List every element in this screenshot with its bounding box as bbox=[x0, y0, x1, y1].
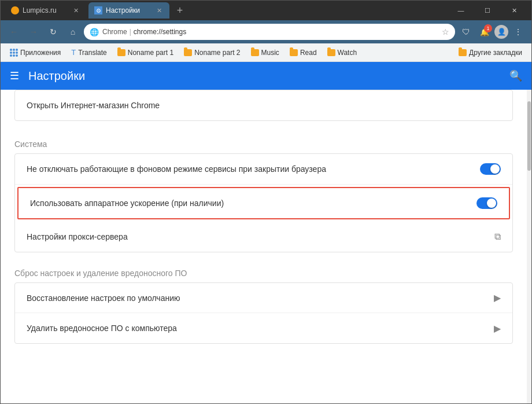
hardware-acceleration-text: Использовать аппаратное ускорение (при н… bbox=[30, 199, 476, 208]
bookmark-noname1[interactable]: Noname part 1 bbox=[113, 47, 178, 58]
restore-defaults-text: Восстановление настроек по умолчанию bbox=[27, 293, 494, 303]
home-button[interactable]: ⌂ bbox=[64, 23, 82, 41]
reset-section-header: Сброс настроек и удаление вредоносного П… bbox=[1, 257, 527, 282]
reset-card: Восстановление настроек по умолчанию ▶ У… bbox=[14, 282, 513, 344]
reload-button[interactable]: ↻ bbox=[45, 23, 62, 41]
maximize-button[interactable]: ☐ bbox=[475, 2, 500, 19]
folder-icon bbox=[251, 49, 259, 56]
bookmark-read[interactable]: Read bbox=[285, 47, 322, 58]
hardware-acceleration-toggle[interactable] bbox=[476, 197, 497, 209]
bookmark-noname1-label: Noname part 1 bbox=[128, 49, 173, 57]
address-url: chrome://settings bbox=[134, 28, 186, 36]
system-card: Не отключать работающие в фоновом режиме… bbox=[14, 153, 513, 252]
hamburger-button[interactable]: ☰ bbox=[10, 69, 19, 82]
bookmark-apps-label: Приложения bbox=[20, 49, 61, 57]
tab-lumpics-label: Lumpics.ru bbox=[23, 6, 68, 14]
arrow-right-icon: ▶ bbox=[494, 292, 501, 303]
notification-button[interactable]: 🔔 1 bbox=[476, 23, 493, 41]
bookmark-translate-label: Translate bbox=[78, 49, 107, 57]
bookmark-read-label: Read bbox=[300, 49, 317, 57]
bookmark-watch-label: Watch bbox=[338, 49, 357, 57]
folder-icon bbox=[290, 49, 298, 56]
settings-favicon bbox=[94, 6, 102, 14]
background-services-text: Не отключать работающие в фоновом режиме… bbox=[27, 164, 480, 174]
bookmarks-bar: Приложения T Translate Noname part 1 Non… bbox=[1, 43, 531, 62]
navbar: ← → ↻ ⌂ 🌐 Chrome | chrome://settings ☆ 🛡… bbox=[1, 20, 531, 43]
tab-settings-close[interactable]: ✕ bbox=[154, 6, 164, 15]
address-text: Chrome | chrome://settings bbox=[102, 28, 186, 36]
system-section-header: Система bbox=[1, 128, 527, 153]
bookmark-watch[interactable]: Watch bbox=[323, 47, 362, 58]
scrollbar-thumb[interactable] bbox=[527, 101, 531, 171]
external-link-icon: ⧉ bbox=[494, 232, 501, 242]
nav-icons: 🛡 🔔 1 👤 ⋮ bbox=[457, 23, 527, 41]
minimize-button[interactable]: — bbox=[448, 2, 474, 19]
search-button[interactable]: 🔍 bbox=[509, 69, 522, 82]
tab-settings[interactable]: Настройки ✕ bbox=[88, 2, 169, 19]
titlebar: Lumpics.ru ✕ Настройки ✕ + — ☐ ✕ bbox=[1, 1, 531, 20]
folder-icon bbox=[117, 49, 125, 56]
chrome-label: Chrome bbox=[102, 28, 127, 36]
avatar-icon: 👤 bbox=[497, 28, 506, 36]
bookmark-music[interactable]: Music bbox=[246, 47, 284, 58]
forward-button[interactable]: → bbox=[25, 23, 42, 41]
chrome-store-card: Открыть Интернет-магазин Chrome bbox=[14, 90, 513, 121]
arrow-right-icon: ▶ bbox=[494, 323, 501, 334]
shield-button[interactable]: 🛡 bbox=[457, 23, 475, 41]
folder-icon bbox=[459, 49, 467, 56]
background-services-toggle[interactable] bbox=[480, 163, 501, 175]
content-area: Открыть Интернет-магазин Chrome Система … bbox=[1, 90, 531, 403]
window-controls: — ☐ ✕ bbox=[448, 2, 527, 19]
bookmark-other[interactable]: Другие закладки bbox=[454, 47, 527, 58]
new-tab-button[interactable]: + bbox=[172, 2, 188, 19]
bookmark-music-label: Music bbox=[261, 49, 279, 57]
folder-icon bbox=[184, 49, 192, 56]
remove-malware-text: Удалить вредоносное ПО с компьютера bbox=[27, 324, 494, 333]
settings-title: Настройки bbox=[28, 69, 85, 83]
more-button[interactable]: ⋮ bbox=[509, 23, 527, 41]
proxy-settings-text: Настройки прокси-сервера bbox=[27, 232, 494, 241]
browser-window: Lumpics.ru ✕ Настройки ✕ + — ☐ ✕ ← → ↻ ⌂… bbox=[0, 0, 532, 404]
tab-lumpics-close[interactable]: ✕ bbox=[71, 6, 80, 15]
tab-settings-label: Настройки bbox=[106, 6, 151, 14]
address-divider: | bbox=[130, 28, 131, 36]
chrome-store-text: Открыть Интернет-магазин Chrome bbox=[27, 101, 501, 110]
background-services-item[interactable]: Не отключать работающие в фоновом режиме… bbox=[15, 154, 512, 185]
address-bar[interactable]: 🌐 Chrome | chrome://settings ☆ bbox=[84, 24, 455, 40]
chrome-store-item[interactable]: Открыть Интернет-магазин Chrome bbox=[15, 90, 512, 120]
bookmark-noname2[interactable]: Noname part 2 bbox=[179, 47, 245, 58]
settings-header: ☰ Настройки 🔍 bbox=[1, 62, 531, 90]
close-button[interactable]: ✕ bbox=[501, 2, 527, 19]
scrollbar[interactable] bbox=[527, 90, 531, 403]
folder-icon bbox=[327, 49, 335, 56]
hardware-acceleration-item[interactable]: Использовать аппаратное ускорение (при н… bbox=[17, 187, 510, 219]
bookmark-star-icon[interactable]: ☆ bbox=[442, 27, 449, 36]
apps-grid-icon bbox=[10, 49, 18, 57]
badge-count: 1 bbox=[484, 24, 492, 32]
tab-lumpics[interactable]: Lumpics.ru ✕ bbox=[5, 2, 86, 19]
remove-malware-item[interactable]: Удалить вредоносное ПО с компьютера ▶ bbox=[15, 313, 512, 343]
bookmark-apps[interactable]: Приложения bbox=[5, 47, 65, 58]
bookmark-other-label: Другие закладки bbox=[469, 49, 522, 57]
bookmark-translate[interactable]: T Translate bbox=[66, 46, 112, 58]
globe-icon: 🌐 bbox=[90, 28, 99, 36]
main-content: Открыть Интернет-магазин Chrome Система … bbox=[1, 90, 527, 403]
back-button[interactable]: ← bbox=[5, 23, 23, 41]
lumpics-favicon bbox=[11, 6, 19, 14]
bookmark-noname2-label: Noname part 2 bbox=[194, 49, 240, 57]
proxy-settings-item[interactable]: Настройки прокси-сервера ⧉ bbox=[15, 222, 512, 252]
avatar-button[interactable]: 👤 bbox=[494, 25, 508, 39]
translate-icon: T bbox=[71, 48, 76, 57]
restore-defaults-item[interactable]: Восстановление настроек по умолчанию ▶ bbox=[15, 283, 512, 313]
